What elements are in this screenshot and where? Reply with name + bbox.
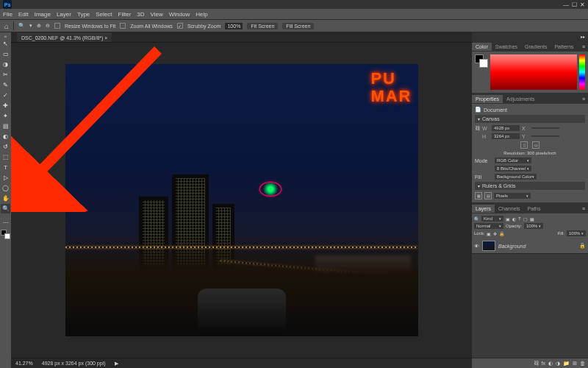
- tab-channels[interactable]: Channels: [495, 205, 524, 213]
- healing-tool[interactable]: ✚: [1, 101, 10, 110]
- tab-adjustments[interactable]: Adjustments: [503, 95, 539, 103]
- menu-filter[interactable]: Filter: [118, 11, 132, 18]
- zoom-percent-input[interactable]: 100%: [225, 23, 243, 29]
- document-canvas[interactable]: PUMAR: [65, 64, 418, 336]
- pen-tool[interactable]: ▷: [1, 173, 10, 183]
- menu-view[interactable]: View: [151, 11, 163, 18]
- minimize-button[interactable]: —: [563, 1, 569, 8]
- new-layer-icon[interactable]: ⊞: [573, 361, 577, 367]
- layer-visibility-icon[interactable]: 👁: [474, 244, 479, 249]
- color-fgbg-swatch[interactable]: [475, 54, 488, 68]
- orientation-landscape-button[interactable]: ▭: [532, 141, 539, 149]
- mode-dropdown[interactable]: RGB Color: [495, 158, 531, 163]
- layer-group-icon[interactable]: 📁: [563, 361, 570, 367]
- move-tool[interactable]: ↖: [1, 39, 10, 49]
- width-input[interactable]: 4928 px: [492, 125, 520, 131]
- zoom-tool[interactable]: 🔍: [1, 204, 10, 213]
- lock-pixels-icon[interactable]: ▣: [487, 231, 491, 236]
- resize-fit-checkbox[interactable]: [54, 23, 60, 29]
- layer-filter-kind[interactable]: Kind: [481, 216, 503, 222]
- menu-image[interactable]: Image: [35, 11, 51, 18]
- close-tab-icon[interactable]: ×: [104, 35, 107, 40]
- crop-tool[interactable]: ✂: [1, 70, 10, 79]
- filter-pixel-icon[interactable]: ▣: [506, 216, 510, 222]
- layer-lock-icon[interactable]: 🔒: [579, 243, 586, 249]
- layer-mask-icon[interactable]: ◐: [548, 361, 553, 367]
- layer-filter-icon[interactable]: 🔍: [474, 216, 479, 222]
- lasso-tool[interactable]: ◑: [1, 60, 10, 69]
- zoom-in-icon[interactable]: ⊕: [37, 23, 41, 29]
- fill-screen-button[interactable]: Fill Screen: [282, 23, 314, 29]
- props-panel-menu-icon[interactable]: ≡: [579, 96, 588, 102]
- link-wh-icon[interactable]: ⛓: [475, 126, 480, 131]
- menu-type[interactable]: Type: [77, 11, 90, 18]
- scrubby-zoom-checkbox[interactable]: [177, 23, 183, 29]
- layers-panel-menu-icon[interactable]: ≡: [579, 206, 588, 211]
- rulers-section-header[interactable]: Rulers & Grids: [475, 182, 585, 190]
- status-chevron-icon[interactable]: ▶: [115, 361, 118, 367]
- filter-adjust-icon[interactable]: ◐: [512, 216, 516, 222]
- blend-mode-dropdown[interactable]: Normal: [474, 223, 503, 229]
- brush-tool[interactable]: ✦: [1, 111, 10, 121]
- shape-tool[interactable]: ◯: [1, 183, 10, 193]
- stamp-tool[interactable]: ▤: [1, 121, 10, 131]
- filter-shape-icon[interactable]: ▢: [523, 216, 528, 222]
- history-brush-tool[interactable]: ◐: [1, 132, 10, 141]
- home-button[interactable]: ⌂: [4, 22, 9, 30]
- type-tool[interactable]: T: [1, 163, 10, 172]
- height-input[interactable]: 3264 px: [492, 133, 520, 139]
- document-tab[interactable]: DSC_0200.NEF @ 41.3% (RGB/8*) ×: [17, 33, 112, 42]
- menu-layer[interactable]: Layer: [57, 11, 71, 18]
- eraser-tool[interactable]: ↺: [1, 142, 10, 152]
- fit-screen-button[interactable]: Fit Screen: [247, 23, 278, 29]
- lock-all-icon[interactable]: 🔒: [499, 231, 504, 236]
- collapse-panels-icon[interactable]: ▸▸: [581, 34, 585, 39]
- color-field[interactable]: [490, 54, 577, 90]
- hand-tool[interactable]: ✋: [1, 194, 10, 203]
- tab-layers[interactable]: Layers: [472, 205, 495, 213]
- layer-fx-icon[interactable]: fx: [542, 361, 545, 366]
- delete-layer-icon[interactable]: 🗑: [580, 361, 585, 366]
- tab-color[interactable]: Color: [472, 43, 492, 51]
- layer-item-background[interactable]: 👁 Background 🔒: [472, 238, 588, 254]
- gradient-tool[interactable]: ⬚: [1, 152, 10, 162]
- tab-paths[interactable]: Paths: [524, 205, 545, 213]
- fill-dropdown[interactable]: Background Color: [495, 174, 537, 180]
- chevron-down-icon[interactable]: ▾: [29, 23, 32, 29]
- menu-help[interactable]: Help: [196, 11, 207, 18]
- layer-thumbnail[interactable]: [482, 241, 495, 251]
- close-button[interactable]: ✕: [580, 1, 585, 8]
- tab-gradients[interactable]: Gradients: [521, 43, 551, 51]
- menu-window[interactable]: Window: [169, 11, 190, 18]
- tab-patterns[interactable]: Patterns: [551, 43, 577, 51]
- y-input[interactable]: [531, 135, 559, 137]
- link-layers-icon[interactable]: ⛓: [534, 361, 539, 366]
- layer-fill-input[interactable]: 100%: [567, 230, 586, 236]
- rulers-toggle-icon[interactable]: ▦: [475, 192, 482, 199]
- marquee-tool[interactable]: ▭: [1, 49, 10, 59]
- zoom-all-checkbox[interactable]: [120, 23, 126, 29]
- orientation-portrait-button[interactable]: ▯: [520, 141, 528, 149]
- grid-toggle-icon[interactable]: ▤: [484, 192, 492, 199]
- canvas-section-header[interactable]: Canvas: [475, 115, 585, 123]
- edit-toolbar-icon[interactable]: ⋯: [1, 218, 10, 227]
- x-input[interactable]: [531, 127, 559, 129]
- tab-properties[interactable]: Properties: [472, 95, 503, 103]
- menu-3d[interactable]: 3D: [137, 11, 144, 18]
- filter-smart-icon[interactable]: ▦: [530, 216, 534, 222]
- menu-file[interactable]: File: [3, 11, 12, 18]
- layer-name[interactable]: Background: [498, 244, 526, 249]
- menu-select[interactable]: Select: [96, 11, 112, 18]
- rulers-unit-dropdown[interactable]: Pixels: [494, 193, 531, 199]
- hue-slider[interactable]: [579, 54, 585, 90]
- maximize-button[interactable]: ☐: [572, 1, 577, 8]
- opacity-input[interactable]: 100%: [524, 223, 543, 229]
- color-panel-menu-icon[interactable]: ≡: [579, 44, 588, 49]
- foreground-background-colors[interactable]: [1, 230, 10, 239]
- eyedropper-tool[interactable]: ✓: [1, 91, 10, 100]
- adjustment-layer-icon[interactable]: ◑: [556, 361, 560, 367]
- frame-tool[interactable]: ✎: [1, 80, 10, 90]
- toolbar-chevron-icon[interactable]: »: [4, 34, 7, 38]
- tab-swatches[interactable]: Swatches: [492, 43, 521, 51]
- lock-position-icon[interactable]: ✥: [493, 231, 497, 236]
